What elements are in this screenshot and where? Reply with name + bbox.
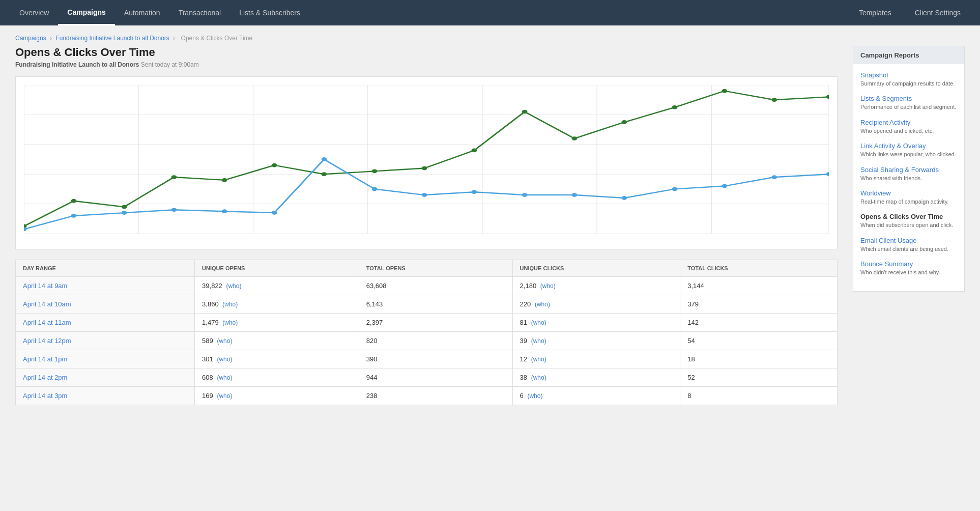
nav-item-client-settings[interactable]: Client Settings xyxy=(906,0,970,25)
nav-item-overview[interactable]: Overview xyxy=(10,0,58,25)
blue-dot xyxy=(171,208,177,212)
col-header-unique-clicks: UNIQUE CLICKS xyxy=(512,260,680,277)
data-table: DAY RANGE UNIQUE OPENS TOTAL OPENS UNIQU… xyxy=(15,260,838,405)
table-row: April 14 at 12pm 589 (who) 820 39 (who) … xyxy=(16,332,838,350)
cell-total-opens: 944 xyxy=(359,368,512,387)
col-header-total-opens: TOTAL OPENS xyxy=(359,260,512,277)
breadcrumb-campaigns[interactable]: Campaigns xyxy=(15,35,46,42)
blue-dot xyxy=(621,196,627,200)
green-dot xyxy=(71,199,77,203)
sidebar-link[interactable]: Recipient Activity xyxy=(860,119,957,126)
sidebar-link[interactable]: Bounce Summary xyxy=(860,260,957,268)
green-dot xyxy=(672,105,678,109)
who-link-unique-opens[interactable]: (who) xyxy=(226,282,241,290)
sidebar-link[interactable]: Worldview xyxy=(860,189,957,197)
nav-item-lists[interactable]: Lists & Subscribers xyxy=(230,0,309,25)
blue-dot xyxy=(672,187,678,191)
day-link[interactable]: April 14 at 3pm xyxy=(23,392,67,400)
sidebar-desc: Who shared with friends. xyxy=(860,175,957,182)
green-series xyxy=(24,91,829,226)
sidebar-section: Lists & Segments Performance of each lis… xyxy=(860,95,957,111)
cell-day: April 14 at 12pm xyxy=(16,332,195,350)
green-dot xyxy=(522,110,528,114)
green-dot xyxy=(826,95,829,99)
table-row: April 14 at 11am 1,479 (who) 2,397 81 (w… xyxy=(16,314,838,332)
cell-unique-opens: 301 (who) xyxy=(195,350,359,368)
cell-total-opens: 6,143 xyxy=(359,295,512,314)
table-row: April 14 at 9am 39,822 (who) 63,608 2,18… xyxy=(16,277,838,295)
who-link-unique-opens[interactable]: (who) xyxy=(217,356,232,363)
nav-right: Templates Client Settings xyxy=(850,0,970,25)
sidebar-section: Bounce Summary Who didn't receive this a… xyxy=(860,260,957,276)
cell-total-opens: 63,608 xyxy=(359,277,512,295)
blue-dot xyxy=(122,211,127,215)
breadcrumb-campaign-name[interactable]: Fundraising Initiative Launch to all Don… xyxy=(55,35,169,42)
sidebar-link[interactable]: Lists & Segments xyxy=(860,95,957,102)
blue-dot xyxy=(322,157,327,161)
blue-dot xyxy=(272,211,277,215)
green-dot xyxy=(222,178,227,182)
cell-day: April 14 at 2pm xyxy=(16,368,195,387)
cell-total-clicks: 3,144 xyxy=(680,277,838,295)
blue-dot xyxy=(471,190,477,194)
sidebar-desc: Performance of each list and segment. xyxy=(860,103,957,111)
day-link[interactable]: April 14 at 10am xyxy=(23,300,71,308)
day-link[interactable]: April 14 at 9am xyxy=(23,282,67,290)
who-link-unique-opens[interactable]: (who) xyxy=(222,319,238,326)
cell-unique-clicks: 81 (who) xyxy=(512,314,680,332)
who-link-unique-opens[interactable]: (who) xyxy=(217,374,232,381)
day-link[interactable]: April 14 at 11am xyxy=(23,319,71,326)
table-row: April 14 at 3pm 169 (who) 238 6 (who) 8 xyxy=(16,387,838,405)
blue-dot xyxy=(24,227,26,231)
day-link[interactable]: April 14 at 2pm xyxy=(23,374,67,381)
who-link-unique-opens[interactable]: (who) xyxy=(217,392,232,400)
blue-dot xyxy=(422,193,427,197)
sidebar-section: Social Sharing & Forwards Who shared wit… xyxy=(860,166,957,182)
green-dot xyxy=(722,89,728,93)
nav-item-automation[interactable]: Automation xyxy=(115,0,169,25)
day-link[interactable]: April 14 at 1pm xyxy=(23,355,67,363)
who-link-unique-clicks[interactable]: (who) xyxy=(531,319,546,326)
who-link-unique-clicks[interactable]: (who) xyxy=(527,392,542,400)
nav-item-campaigns[interactable]: Campaigns xyxy=(58,0,114,25)
breadcrumb-current: Opens & Clicks Over Time xyxy=(181,35,253,42)
who-link-unique-clicks[interactable]: (who) xyxy=(531,337,546,345)
sidebar-section: Opens & Clicks Over Time When did subscr… xyxy=(860,213,957,229)
cell-unique-clicks: 2,180 (who) xyxy=(512,277,680,295)
cell-unique-clicks: 38 (who) xyxy=(512,368,680,387)
cell-unique-clicks: 39 (who) xyxy=(512,332,680,350)
green-dot xyxy=(422,166,427,171)
who-link-unique-opens[interactable]: (who) xyxy=(217,337,232,345)
sidebar-desc: Which links were popular, who clicked. xyxy=(860,151,957,158)
who-link-unique-clicks[interactable]: (who) xyxy=(540,282,556,290)
cell-unique-clicks: 12 (who) xyxy=(512,350,680,368)
sidebar-title: Campaign Reports xyxy=(853,46,964,64)
blue-dot xyxy=(572,193,578,197)
table-row: April 14 at 2pm 608 (who) 944 38 (who) 5… xyxy=(16,368,838,387)
cell-unique-opens: 39,822 (who) xyxy=(195,277,359,295)
sidebar-link[interactable]: Opens & Clicks Over Time xyxy=(860,213,957,220)
sidebar-link[interactable]: Link Activity & Overlay xyxy=(860,142,957,150)
blue-dot xyxy=(372,187,378,191)
cell-unique-clicks: 220 (who) xyxy=(512,295,680,314)
day-link[interactable]: April 14 at 12pm xyxy=(23,337,71,345)
cell-total-clicks: 18 xyxy=(680,350,838,368)
main-content: Opens & Clicks Over Time Fundraising Ini… xyxy=(0,46,980,420)
blue-dot xyxy=(222,209,227,213)
breadcrumb: Campaigns › Fundraising Initiative Launc… xyxy=(0,25,980,46)
nav-item-transactional[interactable]: Transactional xyxy=(169,0,230,25)
sidebar-desc: Which email clients are being used. xyxy=(860,245,957,253)
sidebar-link[interactable]: Social Sharing & Forwards xyxy=(860,166,957,174)
who-link-unique-clicks[interactable]: (who) xyxy=(535,301,550,308)
cell-day: April 14 at 1pm xyxy=(16,350,195,368)
who-link-unique-clicks[interactable]: (who) xyxy=(531,356,546,363)
who-link-unique-clicks[interactable]: (who) xyxy=(531,374,546,381)
sidebar-section: Email Client Usage Which email clients a… xyxy=(860,237,957,253)
sidebar-link[interactable]: Email Client Usage xyxy=(860,237,957,244)
page-subtitle: Fundraising Initiative Launch to all Don… xyxy=(15,61,838,68)
blue-dot xyxy=(722,184,728,188)
nav-item-templates[interactable]: Templates xyxy=(850,0,901,25)
cell-unique-clicks: 6 (who) xyxy=(512,387,680,405)
sidebar-link[interactable]: Snapshot xyxy=(860,71,957,79)
who-link-unique-opens[interactable]: (who) xyxy=(222,301,238,308)
